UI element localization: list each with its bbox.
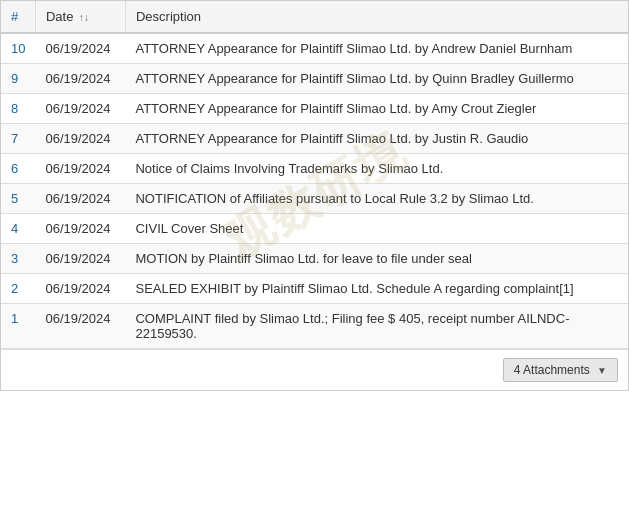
cell-num[interactable]: 6 bbox=[1, 154, 35, 184]
table-row: 606/19/2024Notice of Claims Involving Tr… bbox=[1, 154, 628, 184]
cell-description: ATTORNEY Appearance for Plaintiff Slimao… bbox=[125, 33, 628, 64]
cell-num[interactable]: 1 bbox=[1, 304, 35, 349]
table-row: 706/19/2024ATTORNEY Appearance for Plain… bbox=[1, 124, 628, 154]
cell-num[interactable]: 2 bbox=[1, 274, 35, 304]
cell-description: Notice of Claims Involving Trademarks by… bbox=[125, 154, 628, 184]
col-desc-label: Description bbox=[136, 9, 201, 24]
cell-description: CIVIL Cover Sheet bbox=[125, 214, 628, 244]
main-container: 观数研境 # Date ↑↓ Description 1006/1 bbox=[0, 0, 629, 391]
cell-num[interactable]: 7 bbox=[1, 124, 35, 154]
cell-description: ATTORNEY Appearance for Plaintiff Slimao… bbox=[125, 94, 628, 124]
row-num-link[interactable]: 3 bbox=[11, 251, 18, 266]
row-num-link[interactable]: 9 bbox=[11, 71, 18, 86]
attachments-arrow-icon: ▼ bbox=[597, 365, 607, 376]
cell-description: ATTORNEY Appearance for Plaintiff Slimao… bbox=[125, 64, 628, 94]
table-row: 1006/19/2024ATTORNEY Appearance for Plai… bbox=[1, 33, 628, 64]
cell-num[interactable]: 9 bbox=[1, 64, 35, 94]
row-num-link[interactable]: 2 bbox=[11, 281, 18, 296]
cell-num[interactable]: 3 bbox=[1, 244, 35, 274]
row-num-link[interactable]: 8 bbox=[11, 101, 18, 116]
table-footer: 4 Attachments ▼ bbox=[1, 349, 628, 390]
cell-date: 06/19/2024 bbox=[35, 304, 125, 349]
cell-date: 06/19/2024 bbox=[35, 154, 125, 184]
table-row: 506/19/2024NOTIFICATION of Affiliates pu… bbox=[1, 184, 628, 214]
attachments-button[interactable]: 4 Attachments ▼ bbox=[503, 358, 618, 382]
table-row: 806/19/2024ATTORNEY Appearance for Plain… bbox=[1, 94, 628, 124]
col-header-num: # bbox=[1, 1, 35, 33]
cell-description: COMPLAINT filed by Slimao Ltd.; Filing f… bbox=[125, 304, 628, 349]
cell-date: 06/19/2024 bbox=[35, 94, 125, 124]
row-num-link[interactable]: 1 bbox=[11, 311, 18, 326]
col-num-label: # bbox=[11, 9, 18, 24]
row-num-link[interactable]: 6 bbox=[11, 161, 18, 176]
table-row: 106/19/2024COMPLAINT filed by Slimao Ltd… bbox=[1, 304, 628, 349]
cell-description: MOTION by Plaintiff Slimao Ltd. for leav… bbox=[125, 244, 628, 274]
table-row: 206/19/2024SEALED EXHIBIT by Plaintiff S… bbox=[1, 274, 628, 304]
cell-date: 06/19/2024 bbox=[35, 244, 125, 274]
cell-num[interactable]: 8 bbox=[1, 94, 35, 124]
table-row: 906/19/2024ATTORNEY Appearance for Plain… bbox=[1, 64, 628, 94]
col-header-description: Description bbox=[125, 1, 628, 33]
cell-num[interactable]: 4 bbox=[1, 214, 35, 244]
cell-date: 06/19/2024 bbox=[35, 184, 125, 214]
cell-description: SEALED EXHIBIT by Plaintiff Slimao Ltd. … bbox=[125, 274, 628, 304]
cell-num[interactable]: 5 bbox=[1, 184, 35, 214]
cell-date: 06/19/2024 bbox=[35, 274, 125, 304]
cell-description: ATTORNEY Appearance for Plaintiff Slimao… bbox=[125, 124, 628, 154]
docket-table: # Date ↑↓ Description 1006/19/2024ATTORN… bbox=[1, 1, 628, 349]
sort-icon: ↑↓ bbox=[79, 12, 89, 23]
row-num-link[interactable]: 5 bbox=[11, 191, 18, 206]
cell-num[interactable]: 10 bbox=[1, 33, 35, 64]
table-header-row: # Date ↑↓ Description bbox=[1, 1, 628, 33]
row-num-link[interactable]: 7 bbox=[11, 131, 18, 146]
col-header-date[interactable]: Date ↑↓ bbox=[35, 1, 125, 33]
table-row: 406/19/2024CIVIL Cover Sheet bbox=[1, 214, 628, 244]
cell-date: 06/19/2024 bbox=[35, 214, 125, 244]
row-num-link[interactable]: 10 bbox=[11, 41, 25, 56]
docket-table-container: # Date ↑↓ Description 1006/19/2024ATTORN… bbox=[0, 0, 629, 391]
col-date-label: Date bbox=[46, 9, 73, 24]
attachments-label: 4 Attachments bbox=[514, 363, 590, 377]
cell-description: NOTIFICATION of Affiliates pursuant to L… bbox=[125, 184, 628, 214]
cell-date: 06/19/2024 bbox=[35, 64, 125, 94]
cell-date: 06/19/2024 bbox=[35, 124, 125, 154]
row-num-link[interactable]: 4 bbox=[11, 221, 18, 236]
table-row: 306/19/2024MOTION by Plaintiff Slimao Lt… bbox=[1, 244, 628, 274]
cell-date: 06/19/2024 bbox=[35, 33, 125, 64]
